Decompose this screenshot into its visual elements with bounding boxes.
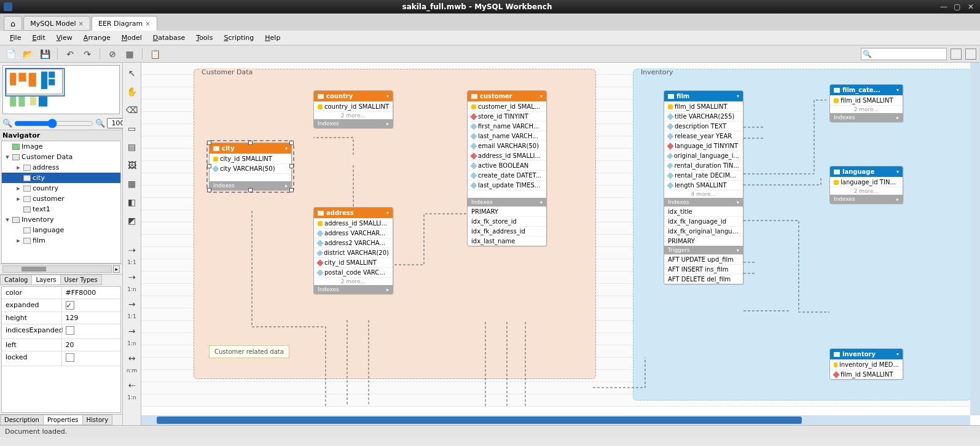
menu-tools[interactable]: Tools: [191, 33, 218, 43]
tool-pointer[interactable]: ↖: [125, 66, 139, 80]
tool-rel-1-1-b[interactable]: →: [125, 297, 139, 311]
expand-icon[interactable]: ▸: [15, 163, 22, 171]
catalog-tree[interactable]: Image▾Customer Data▸address▸city▸country…: [1, 141, 121, 264]
tool-rel-1-n-c[interactable]: ⇠: [125, 378, 139, 392]
diagram-canvas[interactable]: Customer Data Customer related data Inve…: [141, 63, 980, 407]
entity-inventory[interactable]: inventory▾ inventory_id MED... film_id S…: [829, 348, 903, 380]
entity-country[interactable]: country▾ country_id SMALLINT 2 more... I…: [313, 90, 393, 128]
panel-toggle-2[interactable]: [965, 49, 976, 60]
tree-row-selected[interactable]: ▸city: [2, 173, 120, 183]
tab-mysql-model[interactable]: MySQL Model ×: [23, 16, 90, 31]
entity-film[interactable]: film▾ film_id SMALLINT title VARCHAR(255…: [664, 90, 743, 284]
minimize-button[interactable]: —: [938, 2, 949, 11]
entity-language[interactable]: language▾ language_id TIN... 2 more... I…: [829, 166, 903, 204]
expand-icon[interactable]: ▸: [15, 237, 22, 245]
tool-routine[interactable]: ◩: [125, 214, 139, 227]
tool-rel-n-m[interactable]: ↔: [125, 351, 139, 365]
save-button[interactable]: 💾: [38, 47, 52, 61]
tab-eer-diagram[interactable]: EER Diagram ×: [92, 16, 157, 31]
expand-icon[interactable]: ▾: [4, 216, 10, 224]
search-input[interactable]: [873, 50, 945, 58]
vertical-scrollbar[interactable]: [970, 63, 980, 415]
panel-toggle-1[interactable]: [951, 49, 962, 60]
tab-properties[interactable]: Properties: [43, 415, 83, 425]
property-row[interactable]: locked: [2, 351, 120, 366]
menu-model[interactable]: Model: [117, 33, 147, 43]
checkbox[interactable]: [66, 353, 74, 362]
tab-usertypes[interactable]: User Types: [60, 275, 102, 285]
entity-address[interactable]: address▾ address_id SMALLI... address VA…: [313, 207, 393, 294]
property-row[interactable]: left20: [2, 339, 120, 351]
chevron-down-icon[interactable]: ▾: [285, 146, 288, 151]
note-text1[interactable]: Customer related data: [209, 345, 289, 358]
close-button[interactable]: ✕: [965, 2, 976, 11]
menu-arrange[interactable]: Arrange: [79, 33, 116, 43]
menu-edit[interactable]: Edit: [27, 33, 50, 43]
property-row[interactable]: height129: [2, 312, 120, 324]
checkbox[interactable]: [66, 326, 74, 335]
tab-catalog[interactable]: Catalog: [0, 275, 32, 285]
tree-row[interactable]: ▾Customer Data: [2, 152, 120, 162]
tree-scroll-right[interactable]: ▸: [113, 265, 120, 273]
zoom-in-button[interactable]: 🔍: [95, 119, 105, 128]
zoom-out-button[interactable]: 🔍: [2, 119, 12, 128]
undo-button[interactable]: ↶: [63, 47, 77, 61]
menu-scripting[interactable]: Scripting: [219, 33, 259, 43]
align-button[interactable]: ▦: [123, 47, 136, 61]
close-icon[interactable]: ×: [145, 20, 150, 27]
horizontal-scrollbar[interactable]: [141, 415, 970, 425]
tree-row[interactable]: ▸address: [2, 162, 120, 173]
tree-row[interactable]: text1: [2, 204, 120, 214]
entity-customer[interactable]: customer▾ customer_id SMAL... store_id T…: [467, 90, 547, 246]
chevron-right-icon[interactable]: ▸: [285, 183, 288, 189]
tree-row[interactable]: ▸country: [2, 183, 120, 194]
tool-rel-1-1-a[interactable]: ⇢: [125, 243, 139, 257]
tab-description[interactable]: Description: [0, 415, 44, 425]
expand-icon[interactable]: ▸: [15, 174, 22, 182]
menu-view[interactable]: View: [52, 33, 77, 43]
tab-layers[interactable]: Layers: [31, 275, 60, 285]
redo-button[interactable]: ↷: [80, 47, 94, 61]
expand-icon[interactable]: ▸: [15, 184, 22, 192]
zoom-slider[interactable]: [14, 119, 93, 128]
tree-row[interactable]: ▸customer: [2, 194, 120, 204]
toggle-grid-button[interactable]: ⊘: [106, 47, 119, 61]
home-tab[interactable]: ⌂: [4, 16, 22, 31]
minimap[interactable]: [2, 65, 120, 114]
expand-icon[interactable]: [15, 205, 22, 213]
tree-row[interactable]: ▸film: [2, 235, 120, 246]
expand-icon[interactable]: ▾: [4, 153, 10, 161]
new-file-button[interactable]: 📄: [4, 47, 17, 61]
entity-city[interactable]: city▾ city_id SMALLINT city VARCHAR(50) …: [209, 143, 292, 190]
property-row[interactable]: indicesExpanded: [2, 324, 120, 339]
maximize-button[interactable]: ▢: [952, 2, 963, 11]
menu-file[interactable]: File: [5, 33, 26, 43]
close-icon[interactable]: ×: [79, 20, 84, 27]
checkbox[interactable]: ✓: [66, 301, 74, 310]
tool-layer[interactable]: ▭: [125, 122, 139, 135]
export-button[interactable]: 📋: [148, 47, 162, 61]
menu-help[interactable]: Help: [260, 33, 285, 43]
tree-row[interactable]: Image: [2, 141, 120, 152]
tool-rel-1-n-b[interactable]: →: [125, 324, 139, 338]
property-row[interactable]: color#FF8000: [2, 287, 120, 299]
expand-icon[interactable]: [4, 143, 10, 151]
menu-database[interactable]: Database: [148, 33, 190, 43]
tool-table[interactable]: ▦: [125, 177, 139, 190]
tool-image[interactable]: 🖼: [125, 158, 139, 172]
tool-eraser[interactable]: ⌫: [125, 103, 139, 117]
tool-note[interactable]: ▤: [125, 140, 139, 154]
open-file-button[interactable]: 📂: [21, 47, 34, 61]
property-row[interactable]: expanded✓: [2, 299, 120, 312]
tool-hand[interactable]: ✋: [125, 85, 139, 98]
entity-film-category[interactable]: film_cate...▾ film_id SMALLINT 2 more...…: [829, 84, 903, 122]
tree-row[interactable]: ▾Inventory: [2, 214, 120, 225]
expand-icon[interactable]: ▸: [15, 195, 22, 203]
expand-icon[interactable]: [15, 226, 22, 234]
tab-history[interactable]: History: [82, 415, 113, 425]
property-grid[interactable]: color#FF8000expanded✓height129indicesExp…: [1, 286, 121, 413]
tree-row[interactable]: language: [2, 225, 120, 235]
tool-view[interactable]: ◧: [125, 195, 139, 209]
tool-rel-1-n-a[interactable]: ⇢: [125, 270, 139, 284]
search-box[interactable]: 🔍: [861, 48, 947, 60]
